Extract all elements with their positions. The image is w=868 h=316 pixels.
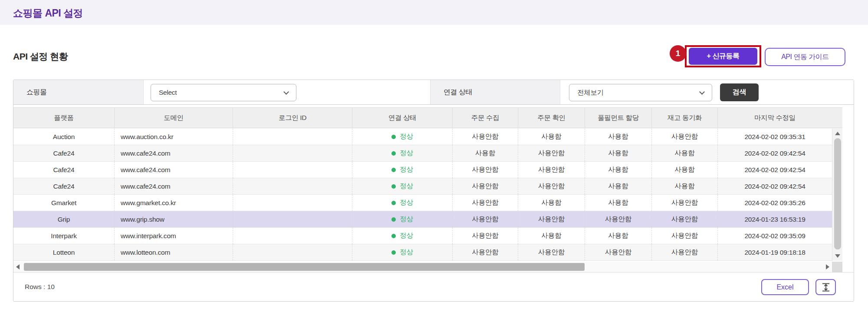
cell-connection-status: 정상 <box>352 129 453 145</box>
cell-order-confirm: 사용안함 <box>518 211 585 227</box>
table-row[interactable]: Lotteon www.lotteon.com 정상 사용안함 사용안함 사용안… <box>13 244 832 261</box>
cell-platform: Cafe24 <box>13 145 115 161</box>
table-row[interactable]: Interpark www.interpark.com 정상 사용안함 사용함 … <box>13 228 832 244</box>
cell-stock-sync: 사용함 <box>652 178 718 194</box>
status-text: 정상 <box>400 165 413 174</box>
cell-modified: 2024-02-02 09:42:54 <box>718 162 832 178</box>
table-row[interactable]: Grip www.grip.show 정상 사용안함 사용안함 사용안함 사용안… <box>13 211 832 228</box>
cell-modified: 2024-02-02 09:35:31 <box>718 129 832 145</box>
scroll-up-icon[interactable] <box>835 132 840 135</box>
vertical-scrollbar[interactable] <box>832 129 842 261</box>
column-header-status: 연결 상태 <box>352 108 453 128</box>
cell-fulfillment: 사용함 <box>585 129 652 145</box>
cell-platform: Cafe24 <box>13 162 115 178</box>
status-dot-icon <box>391 201 396 205</box>
cell-order-confirm: 사용안함 <box>518 162 585 178</box>
cell-login-id <box>233 178 352 194</box>
status-dot-icon <box>391 184 396 189</box>
table-row[interactable]: Cafe24 www.cafe24.com 정상 사용함 사용안함 사용함 사용… <box>13 145 832 162</box>
cell-modified: 2024-02-02 09:42:54 <box>718 145 832 161</box>
cell-login-id <box>233 162 352 178</box>
connection-status-select[interactable]: 전체보기 <box>569 84 712 101</box>
table-body: Auction www.auction.co.kr 정상 사용안함 사용함 사용… <box>13 129 832 261</box>
rows-count: Rows : 10 <box>25 283 55 291</box>
cell-order-collect: 사용함 <box>453 145 518 161</box>
scroll-left-icon[interactable] <box>16 264 20 269</box>
cell-domain: www.lotteon.com <box>115 244 233 260</box>
cell-order-collect: 사용안함 <box>453 178 518 194</box>
cell-connection-status: 정상 <box>352 162 453 178</box>
cell-domain: www.cafe24.com <box>115 162 233 178</box>
cell-platform: Auction <box>13 129 115 145</box>
search-button[interactable]: 검색 <box>720 83 759 101</box>
cell-order-collect: 사용안함 <box>453 195 518 211</box>
cell-order-confirm: 사용안함 <box>518 145 585 161</box>
cell-fulfillment: 사용안함 <box>585 244 652 260</box>
table-row[interactable]: Auction www.auction.co.kr 정상 사용안함 사용함 사용… <box>13 129 832 145</box>
cell-stock-sync: 사용안함 <box>652 211 718 227</box>
column-header-fulfillment: 풀필먼트 할당 <box>585 108 652 128</box>
shop-select[interactable]: Select <box>151 84 296 101</box>
cell-order-collect: 사용안함 <box>453 162 518 178</box>
cell-connection-status: 정상 <box>352 178 453 194</box>
scroll-down-icon[interactable] <box>835 254 840 258</box>
cell-connection-status: 정상 <box>352 211 453 227</box>
status-dot-icon <box>391 250 396 255</box>
cell-modified: 2024-02-02 09:35:09 <box>718 228 832 244</box>
status-select-value: 전체보기 <box>577 88 604 97</box>
cell-platform: Interpark <box>13 228 115 244</box>
cell-order-confirm: 사용안함 <box>518 244 585 260</box>
cell-stock-sync: 사용함 <box>652 145 718 161</box>
chevron-down-icon <box>283 89 289 95</box>
table-header-row: 플랫폼 도메인 로그인 ID 연결 상태 주문 수집 주문 확인 풀필먼트 할당… <box>13 107 842 128</box>
status-text: 정상 <box>400 182 413 191</box>
scroll-right-icon[interactable] <box>826 264 829 269</box>
cell-fulfillment: 사용함 <box>585 145 652 161</box>
status-text: 정상 <box>400 149 413 158</box>
cell-login-id <box>233 211 352 227</box>
status-text: 정상 <box>400 248 413 257</box>
cell-domain: www.grip.show <box>115 211 233 227</box>
cell-login-id <box>233 129 352 145</box>
chevron-down-icon <box>699 89 705 95</box>
status-dot-icon <box>391 151 396 156</box>
annotation-highlight-box: + 신규등록 <box>685 45 761 67</box>
table-row[interactable]: Gmarket www.gmarket.co.kr 정상 사용안함 사용함 사용… <box>13 195 832 211</box>
cell-fulfillment: 사용함 <box>585 195 652 211</box>
cell-order-collect: 사용안함 <box>453 228 518 244</box>
cell-domain: www.cafe24.com <box>115 178 233 194</box>
table-row[interactable]: Cafe24 www.cafe24.com 정상 사용안함 사용안함 사용함 사… <box>13 178 832 195</box>
column-header-platform: 플랫폼 <box>13 108 115 128</box>
shop-filter-label: 쇼핑몰 <box>13 80 144 104</box>
api-settings-panel: 쇼핑몰 Select 연결 상태 전체보기 검색 플랫폼 도메인 로그인 ID … <box>13 80 854 302</box>
column-header-modified: 마지막 수정일 <box>718 108 832 128</box>
resize-height-button[interactable] <box>815 279 836 295</box>
column-header-scroll-gutter <box>832 108 842 128</box>
api-guide-button[interactable]: API 연동 가이드 <box>765 48 845 66</box>
cell-stock-sync: 사용안함 <box>652 195 718 211</box>
horizontal-scrollbar[interactable] <box>13 262 832 272</box>
horizontal-scrollbar-thumb[interactable] <box>24 263 585 271</box>
column-header-domain: 도메인 <box>115 108 233 128</box>
vertical-scrollbar-thumb[interactable] <box>834 138 841 249</box>
excel-export-button[interactable]: Excel <box>761 279 809 295</box>
cell-domain: www.gmarket.co.kr <box>115 195 233 211</box>
table-row[interactable]: Cafe24 www.cafe24.com 정상 사용안함 사용안함 사용함 사… <box>13 162 832 178</box>
cell-fulfillment: 사용안함 <box>585 211 652 227</box>
cell-login-id <box>233 195 352 211</box>
cell-modified: 2024-02-02 09:35:26 <box>718 195 832 211</box>
cell-fulfillment: 사용함 <box>585 228 652 244</box>
cell-connection-status: 정상 <box>352 195 453 211</box>
status-text: 정상 <box>400 132 413 141</box>
cell-login-id <box>233 228 352 244</box>
cell-order-collect: 사용안함 <box>453 129 518 145</box>
new-register-button[interactable]: + 신규등록 <box>689 48 757 65</box>
page-title: 쇼핑몰 API 설정 <box>13 7 83 20</box>
cell-stock-sync: 사용함 <box>652 162 718 178</box>
status-dot-icon <box>391 234 396 238</box>
cell-order-confirm: 사용함 <box>518 228 585 244</box>
cell-fulfillment: 사용함 <box>585 178 652 194</box>
cell-platform: Cafe24 <box>13 178 115 194</box>
shop-select-value: Select <box>159 89 177 96</box>
cell-domain: www.cafe24.com <box>115 145 233 161</box>
